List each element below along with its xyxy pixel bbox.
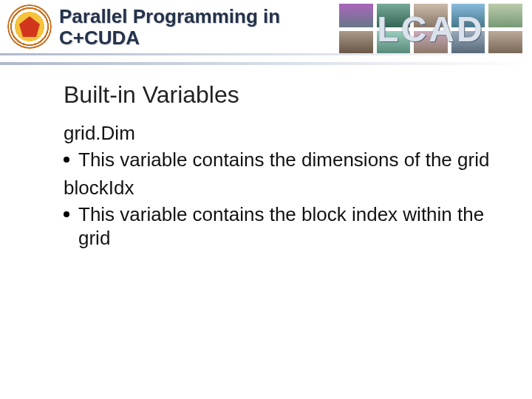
slide: Parallel Programming in C+CUDA LCAD Buil… — [0, 0, 532, 399]
variable-block: grid.Dim This variable contains the dime… — [64, 122, 502, 172]
course-title: Parallel Programming in C+CUDA — [59, 6, 280, 48]
bullet-item: This variable contains the dimensions of… — [64, 148, 502, 172]
bullet-icon — [64, 211, 69, 217]
course-title-line-2: C+CUDA — [59, 27, 280, 49]
variable-name: blockIdx — [64, 177, 502, 200]
collage-thumb — [376, 30, 412, 55]
collage-thumb — [488, 3, 523, 28]
collage-thumb — [413, 3, 449, 28]
bullet-item: This variable contains the block index w… — [64, 202, 502, 250]
collage-thumb — [413, 30, 449, 55]
variable-description: This variable contains the block index w… — [78, 202, 502, 250]
collage-thumb — [376, 3, 412, 28]
course-title-line-1: Parallel Programming in — [59, 6, 280, 27]
slide-body: Built-in Variables grid.Dim This variabl… — [64, 81, 502, 250]
variable-name: grid.Dim — [64, 122, 502, 145]
header-rule — [0, 53, 532, 55]
header-rule — [0, 62, 532, 65]
variable-description: This variable contains the dimensions of… — [78, 148, 489, 172]
variable-block: blockIdx This variable contains the bloc… — [64, 177, 502, 250]
collage-thumb — [338, 30, 374, 55]
slide-header: Parallel Programming in C+CUDA LCAD — [0, 0, 532, 65]
bullet-icon — [64, 157, 69, 163]
university-seal-icon — [7, 4, 52, 49]
collage-thumb — [451, 30, 486, 55]
section-title: Built-in Variables — [64, 81, 502, 109]
collage-thumb — [451, 3, 486, 28]
lab-logo-collage — [338, 3, 523, 55]
lab-logo: LCAD — [338, 3, 523, 55]
collage-thumb — [338, 3, 374, 28]
collage-thumb — [488, 30, 523, 55]
